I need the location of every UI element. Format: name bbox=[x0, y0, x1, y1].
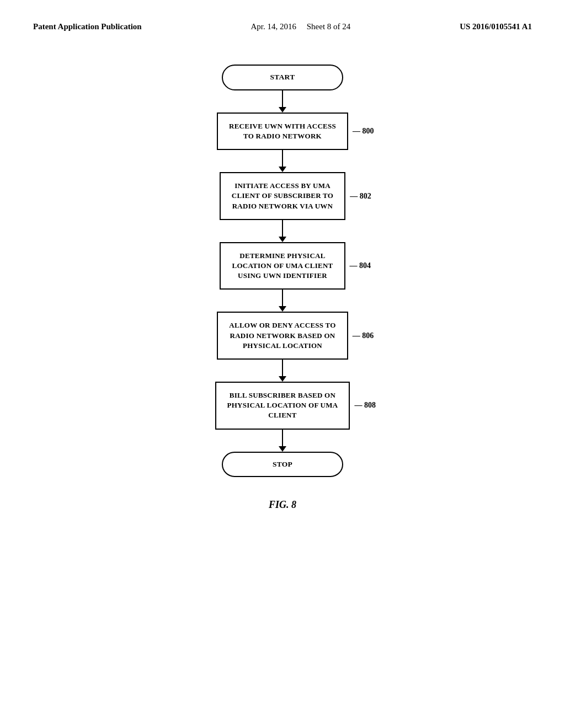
header-date: Apr. 14, 2016 bbox=[251, 22, 297, 31]
label-804: — 804 bbox=[350, 261, 371, 270]
arrow-line bbox=[282, 90, 283, 107]
arrow-head bbox=[279, 446, 286, 452]
arrow-head bbox=[279, 167, 286, 172]
node-802: INITIATE ACCESS BY UMACLIENT OF SUBSCRIB… bbox=[220, 172, 345, 220]
arrow-4 bbox=[279, 290, 286, 312]
label-808: — 808 bbox=[354, 401, 376, 410]
stop-box: STOP bbox=[222, 452, 343, 478]
node-start: START bbox=[222, 65, 343, 90]
header: Patent Application Publication Apr. 14, … bbox=[0, 0, 565, 42]
figure-caption: FIG. 8 bbox=[269, 499, 296, 511]
box-806: ALLOW OR DENY ACCESS TORADIO NETWORK BAS… bbox=[217, 312, 348, 360]
box-802: INITIATE ACCESS BY UMACLIENT OF SUBSCRIB… bbox=[220, 172, 345, 220]
flowchart: START RECEIVE UWN WITH ACCESSTO RADIO NE… bbox=[0, 42, 565, 522]
arrow-head bbox=[279, 107, 286, 113]
node-stop: STOP bbox=[222, 452, 343, 478]
node-808: BILL SUBSCRIBER BASED ONPHYSICAL LOCATIO… bbox=[215, 382, 350, 430]
box-800: RECEIVE UWN WITH ACCESSTO RADIO NETWORK bbox=[217, 113, 348, 150]
arrow-line bbox=[282, 430, 283, 446]
header-left: Patent Application Publication bbox=[33, 22, 142, 31]
box-808: BILL SUBSCRIBER BASED ONPHYSICAL LOCATIO… bbox=[215, 382, 350, 430]
node-804: DETERMINE PHYSICALLOCATION OF UMA CLIENT… bbox=[220, 242, 345, 290]
arrow-head bbox=[279, 237, 286, 242]
arrow-5 bbox=[279, 360, 286, 382]
arrow-1 bbox=[279, 90, 286, 113]
arrow-2 bbox=[279, 150, 286, 172]
header-sheet: Sheet 8 of 24 bbox=[307, 22, 351, 31]
arrow-line bbox=[282, 220, 283, 237]
arrow-3 bbox=[279, 220, 286, 242]
label-806: — 806 bbox=[353, 331, 374, 340]
start-box: START bbox=[222, 65, 343, 90]
arrow-line bbox=[282, 360, 283, 376]
node-806: ALLOW OR DENY ACCESS TORADIO NETWORK BAS… bbox=[217, 312, 348, 360]
header-right: US 2016/0105541 A1 bbox=[460, 22, 532, 31]
arrow-line bbox=[282, 290, 283, 306]
arrow-head bbox=[279, 376, 286, 382]
arrow-line bbox=[282, 150, 283, 167]
label-800: — 800 bbox=[353, 127, 374, 136]
node-800: RECEIVE UWN WITH ACCESSTO RADIO NETWORK … bbox=[217, 113, 348, 150]
arrow-6 bbox=[279, 430, 286, 452]
header-center: Apr. 14, 2016 Sheet 8 of 24 bbox=[251, 22, 351, 31]
label-802: — 802 bbox=[350, 192, 371, 201]
box-804: DETERMINE PHYSICALLOCATION OF UMA CLIENT… bbox=[220, 242, 345, 290]
arrow-head bbox=[279, 306, 286, 312]
